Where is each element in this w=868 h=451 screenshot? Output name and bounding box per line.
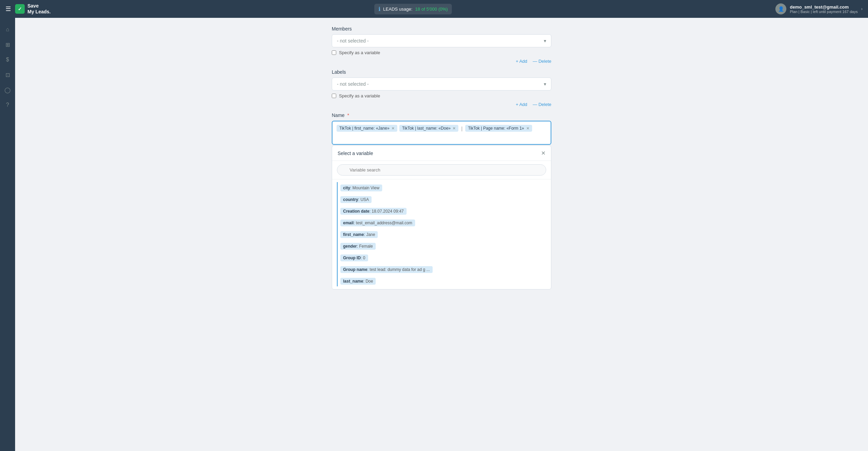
labels-specify-row[interactable]: Specify as a variable (332, 93, 551, 98)
members-delete-button[interactable]: — Delete (533, 59, 551, 64)
sidebar-item-connections[interactable]: ⊞ (1, 38, 14, 51)
variable-selector-header: Select a variable ✕ (332, 146, 551, 161)
logo-area: ✓ Save My Leads. (15, 3, 51, 15)
info-icon: ℹ (378, 6, 380, 12)
labels-label: Labels (332, 69, 551, 75)
required-star: * (347, 112, 349, 118)
name-input-box[interactable]: TikTok | first_name: «Jane» ✕ TikTok | l… (332, 121, 551, 145)
user-email: demo_sml_test@gmail.com (790, 4, 858, 10)
labels-dropdown[interactable]: - not selected - ▾ (332, 78, 551, 91)
members-specify-checkbox[interactable] (332, 50, 336, 55)
members-dropdown[interactable]: - not selected - ▾ (332, 34, 551, 47)
chevron-down-icon: ▾ (544, 38, 546, 44)
nav-right: 👤 demo_sml_test@gmail.com Plan | Basic |… (775, 3, 863, 14)
close-icon[interactable]: ✕ (541, 150, 546, 156)
members-label: Members (332, 26, 551, 32)
variable-search-row: 🔍 (332, 161, 551, 179)
variable-search-input[interactable] (337, 164, 546, 176)
labels-specify-checkbox[interactable] (332, 94, 336, 98)
list-item[interactable]: gender: Female (332, 240, 551, 252)
tag-separator: | (460, 125, 463, 132)
leads-usage-badge: ℹ LEADS usage: 18 of 5'000 (0%) (374, 4, 452, 14)
user-info: demo_sml_test@gmail.com Plan | Basic | l… (790, 4, 858, 14)
name-tag-lastname[interactable]: TikTok | last_name: «Doe» ✕ (399, 125, 458, 132)
content-area: Members - not selected - ▾ Specify as a … (15, 18, 868, 451)
list-item[interactable]: country: USA (332, 194, 551, 205)
labels-actions: + Add — Delete (332, 102, 551, 107)
hamburger-menu[interactable]: ☰ (5, 5, 11, 13)
labels-delete-button[interactable]: — Delete (533, 102, 551, 107)
variable-search-wrap: 🔍 (337, 164, 546, 176)
tag-remove-icon[interactable]: ✕ (526, 126, 529, 131)
variable-selector: Select a variable ✕ 🔍 city: Mountain Vie… (332, 145, 551, 289)
list-item[interactable]: Lead ID: 7392860078137688336 (332, 287, 551, 289)
user-plan: Plan | Basic | left until payment 167 da… (790, 10, 858, 14)
logo-text: Save My Leads. (27, 3, 51, 15)
sidebar-item-user[interactable]: ◯ (1, 84, 14, 96)
list-item[interactable]: Creation date: 18.07.2024 09:47 (332, 205, 551, 217)
top-nav: ☰ ✓ Save My Leads. ℹ LEADS usage: 18 of … (0, 0, 868, 18)
nav-center: ℹ LEADS usage: 18 of 5'000 (0%) (374, 4, 452, 14)
name-tag-firstname[interactable]: TikTok | first_name: «Jane» ✕ (337, 125, 397, 132)
tag-remove-icon[interactable]: ✕ (391, 126, 395, 131)
tag-remove-icon[interactable]: ✕ (453, 126, 456, 131)
user-area[interactable]: 👤 demo_sml_test@gmail.com Plan | Basic |… (775, 3, 863, 14)
chevron-down-icon: › (861, 7, 863, 11)
list-item[interactable]: last_name: Doe (332, 275, 551, 287)
chevron-down-icon: ▾ (544, 81, 546, 87)
list-item[interactable]: email: test_email_address@mail.com (332, 217, 551, 229)
labels-placeholder: - not selected - (337, 81, 369, 87)
tag-prefix: TikTok | Page name: «Form 1» (468, 126, 524, 131)
nav-left: ☰ ✓ Save My Leads. (5, 3, 51, 15)
leads-usage-count: 18 of 5'000 (0%) (415, 7, 448, 12)
sidebar-item-billing[interactable]: $ (1, 54, 14, 66)
sidebar-item-briefcase[interactable]: ⊡ (1, 69, 14, 81)
labels-section: Labels - not selected - ▾ Specify as a v… (332, 69, 551, 107)
members-placeholder: - not selected - (337, 38, 369, 44)
tag-prefix: TikTok | first_name: «Jane» (339, 126, 389, 131)
members-specify-label: Specify as a variable (339, 50, 380, 55)
sidebar-item-home[interactable]: ⌂ (1, 23, 14, 36)
members-section: Members - not selected - ▾ Specify as a … (332, 26, 551, 64)
form-container: Members - not selected - ▾ Specify as a … (332, 18, 551, 303)
sidebar: ⌂ ⊞ $ ⊡ ◯ ? (0, 18, 15, 451)
list-item[interactable]: Group name: test lead: dummy data for ad… (332, 264, 551, 275)
logo-icon: ✓ (15, 4, 25, 14)
name-label: Name * (332, 112, 551, 118)
main-layout: ⌂ ⊞ $ ⊡ ◯ ? Members - not selected - ▾ S… (0, 18, 868, 451)
list-item[interactable]: city: Mountain View (332, 182, 551, 194)
tag-prefix: TikTok | last_name: «Doe» (402, 126, 450, 131)
list-item[interactable]: first_name: Jane (332, 229, 551, 240)
members-specify-row[interactable]: Specify as a variable (332, 50, 551, 55)
labels-specify-label: Specify as a variable (339, 93, 380, 98)
avatar: 👤 (775, 3, 786, 14)
members-actions: + Add — Delete (332, 59, 551, 64)
leads-usage-label: LEADS usage: (383, 7, 412, 12)
variable-selector-title: Select a variable (338, 151, 373, 156)
list-item[interactable]: Group ID: 0 (332, 252, 551, 264)
labels-add-button[interactable]: + Add (516, 102, 527, 107)
name-section: Name * TikTok | first_name: «Jane» ✕ Tik… (332, 112, 551, 289)
members-add-button[interactable]: + Add (516, 59, 527, 64)
name-tag-pagename[interactable]: TikTok | Page name: «Form 1» ✕ (465, 125, 532, 132)
sidebar-item-help[interactable]: ? (1, 99, 14, 111)
variable-list: city: Mountain Viewcountry: USACreation … (332, 179, 551, 289)
